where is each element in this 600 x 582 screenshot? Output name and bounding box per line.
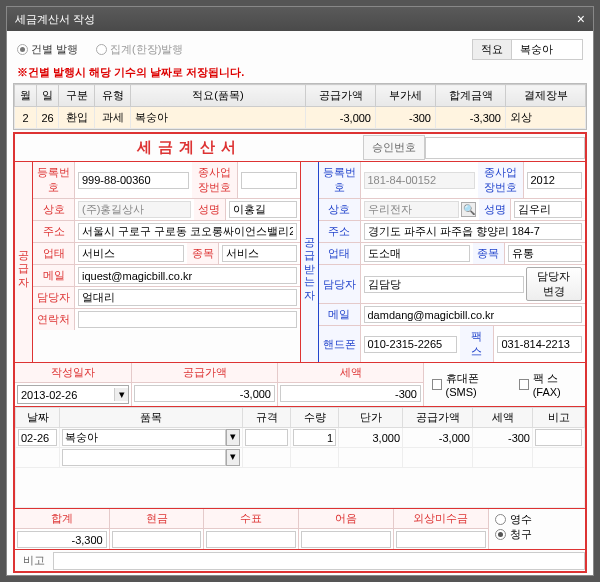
- buyer-mail-input[interactable]: [364, 306, 583, 323]
- remark-input[interactable]: [53, 552, 585, 570]
- sum-unpaid-label: 외상미수금: [394, 509, 488, 529]
- table-row[interactable]: 2 26 환입 과세 복숭아 -3,000 -300 -3,300 외상: [15, 107, 586, 129]
- buyer-fax-input[interactable]: [497, 336, 582, 353]
- radio-icon: [17, 44, 28, 55]
- ln-col-price: 단가: [339, 408, 403, 428]
- supplier-item-input[interactable]: [222, 245, 296, 262]
- ln-price: 3,000: [339, 428, 403, 448]
- mid-tax-input[interactable]: [280, 385, 421, 402]
- col-day: 일: [37, 85, 59, 107]
- cell-book: 외상: [506, 107, 586, 129]
- buyer-addr-input[interactable]: [364, 223, 583, 240]
- supplier-addr-input[interactable]: [78, 223, 297, 240]
- supplier-tab: 공급자: [15, 162, 33, 362]
- supplier-mail-label: 메일: [33, 265, 75, 286]
- sms-checkbox[interactable]: 휴대폰(SMS): [432, 371, 499, 398]
- radio-batch-label: 집계(한장)발행: [110, 42, 183, 57]
- col-type: 유형: [95, 85, 131, 107]
- supplier-reg-input[interactable]: [78, 172, 189, 189]
- sms-label: 휴대폰(SMS): [446, 371, 500, 398]
- date-field[interactable]: [18, 386, 114, 403]
- line-row[interactable]: ▾ 3,000 -3,000 -300: [16, 428, 585, 448]
- buyer-item-label: 종목: [473, 243, 505, 264]
- sum-bill-input[interactable]: [301, 531, 391, 548]
- buyer-mgr-label: 담당자: [319, 265, 361, 303]
- transaction-grid[interactable]: 월 일 구분 유형 적요(품목) 공급가액 부가세 합계금액 결제장부 2 26…: [13, 83, 587, 130]
- cell-desc: 복숭아: [131, 107, 306, 129]
- date-input[interactable]: ▾: [17, 385, 129, 404]
- checkbox-icon: [432, 379, 442, 390]
- supplier-reg-label: 등록번호: [33, 162, 75, 198]
- invoice-title: 세금계산서: [15, 134, 363, 161]
- supplier-ceo-input[interactable]: [229, 201, 297, 218]
- ln-item-input[interactable]: [62, 429, 226, 446]
- window-title: 세금계산서 작성: [15, 12, 95, 27]
- ln-supply: -3,000: [403, 428, 473, 448]
- buyer-mobile-input[interactable]: [364, 336, 458, 353]
- opt-receipt-label: 영수: [510, 512, 532, 527]
- supplier-mail-input[interactable]: [78, 267, 297, 284]
- supplier-sub-input[interactable]: [241, 172, 297, 189]
- ln-date-input[interactable]: [18, 429, 57, 446]
- supplier-name-value: (주)홍길상사: [78, 201, 191, 218]
- chevron-down-icon[interactable]: ▾: [114, 388, 128, 401]
- sum-cash-input[interactable]: [112, 531, 202, 548]
- buyer-mgr-input[interactable]: [364, 276, 524, 293]
- radio-invoice[interactable]: 청구: [495, 527, 579, 542]
- fax-label: 팩 스(FAX): [533, 371, 577, 398]
- opt-invoice-label: 청구: [510, 527, 532, 542]
- mid-supply-input[interactable]: [134, 385, 275, 402]
- close-icon[interactable]: ×: [577, 11, 585, 27]
- line-row[interactable]: ▾: [16, 448, 585, 468]
- buyer-mail-label: 메일: [319, 304, 361, 325]
- remark-label: 비고: [15, 550, 53, 571]
- radio-batch-issue[interactable]: 집계(한장)발행: [96, 42, 183, 57]
- buyer-biz-label: 업태: [319, 243, 361, 264]
- col-vat: 부가세: [376, 85, 436, 107]
- buyer-name-label: 상호: [319, 199, 361, 220]
- buyer-name-value: 우리전자: [364, 201, 460, 218]
- approval-value: [425, 137, 585, 159]
- summary-value: 복숭아: [512, 40, 582, 59]
- search-icon[interactable]: 🔍: [461, 202, 476, 217]
- chevron-down-icon[interactable]: ▾: [226, 429, 240, 446]
- mid-tax-label: 세액: [278, 363, 423, 383]
- ln-qty-input[interactable]: [293, 429, 336, 446]
- radio-single-label: 건별 발행: [31, 42, 78, 57]
- col-div: 구분: [59, 85, 95, 107]
- buyer-fax-label: 팩 스: [460, 326, 494, 362]
- cell-supply: -3,000: [306, 107, 376, 129]
- buyer-sub-input[interactable]: [527, 172, 583, 189]
- fax-checkbox[interactable]: 팩 스(FAX): [519, 371, 577, 398]
- sum-bill-label: 어음: [299, 509, 393, 529]
- radio-receipt[interactable]: 영수: [495, 512, 579, 527]
- buyer-ceo-input[interactable]: [514, 201, 582, 218]
- cell-div: 환입: [59, 107, 95, 129]
- sum-check-input[interactable]: [206, 531, 296, 548]
- buyer-addr-label: 주소: [319, 221, 361, 242]
- ln-note-input[interactable]: [535, 429, 582, 446]
- warning-text: ※건별 발행시 해당 기수의 날짜로 저장됩니다.: [13, 64, 587, 81]
- col-book: 결제장부: [506, 85, 586, 107]
- supplier-mgr-input[interactable]: [78, 289, 297, 306]
- supplier-tel-input[interactable]: [78, 311, 297, 328]
- ln-item-input[interactable]: [62, 449, 226, 466]
- mid-date-label: 작성일자: [15, 363, 131, 383]
- buyer-item-input[interactable]: [508, 245, 582, 262]
- cell-vat: -300: [376, 107, 436, 129]
- sum-total-input[interactable]: [17, 531, 107, 548]
- sum-total-label: 합계: [15, 509, 109, 529]
- buyer-sub-label: 종사업장번호: [478, 162, 524, 198]
- ln-col-tax: 세액: [473, 408, 533, 428]
- ln-spec-input[interactable]: [245, 429, 288, 446]
- chevron-down-icon[interactable]: ▾: [226, 449, 240, 466]
- supplier-sub-label: 종사업장번호: [192, 162, 238, 198]
- supplier-tel-label: 연락처: [33, 309, 75, 330]
- radio-single-issue[interactable]: 건별 발행: [17, 42, 78, 57]
- buyer-biz-input[interactable]: [364, 245, 470, 262]
- change-manager-button[interactable]: 담당자 변경: [526, 267, 582, 301]
- line-items-grid[interactable]: 날짜 품목 규격 수량 단가 공급가액 세액 비고 ▾ 3,0: [15, 407, 585, 509]
- supplier-biz-input[interactable]: [78, 245, 184, 262]
- buyer-tab: 공급받는자: [301, 162, 319, 362]
- sum-unpaid-input[interactable]: [396, 531, 486, 548]
